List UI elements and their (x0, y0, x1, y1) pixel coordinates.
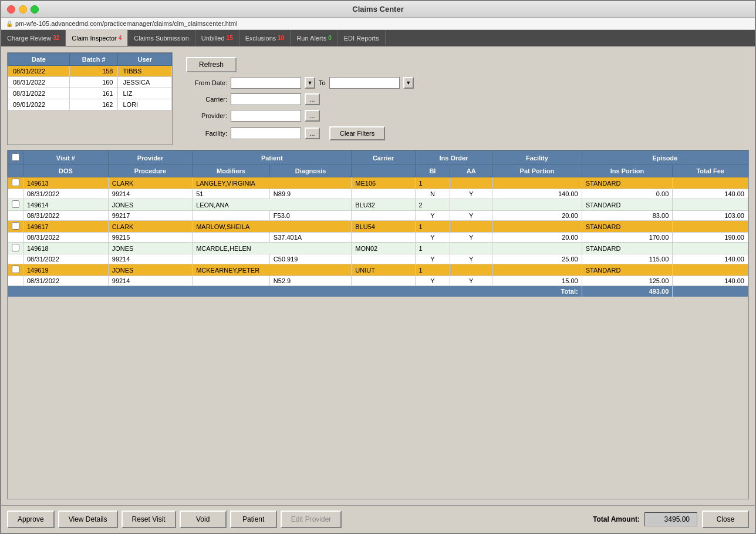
window-title: Claims Center (352, 5, 403, 14)
row-checkbox-cell (8, 264, 23, 276)
claims-table-container: Visit # Provider Patient Carrier Ins Ord… (7, 150, 749, 499)
tab-badge: 4 (119, 35, 122, 41)
table-row[interactable]: 149619 JONES MCKEARNEY,PETER UNIUT 1 STA… (8, 264, 748, 276)
tab-label: Charge Review (7, 35, 51, 42)
detail-dos: 08/31/2022 (23, 189, 109, 199)
detail-pat-portion: 20.00 (492, 211, 582, 221)
col2-diagnosis: Diagnosis (269, 165, 351, 177)
total-label: Total: (8, 286, 582, 297)
table-row: 08/31/2022 99217 F53.0 Y Y 20.00 83.00 1… (8, 211, 748, 221)
detail-ins-portion: 170.00 (582, 233, 673, 243)
minimize-button[interactable] (19, 5, 27, 14)
tab-charge-review[interactable]: Charge Review 32 (1, 30, 66, 46)
carrier-browse-button[interactable]: ... (305, 93, 320, 105)
tab-label: Unbilled (201, 35, 225, 42)
select-all-cell (8, 151, 23, 165)
tab-badge: 10 (278, 35, 284, 41)
close-button[interactable] (7, 5, 15, 14)
row-checkbox[interactable] (12, 200, 19, 208)
row-checkbox[interactable] (12, 244, 19, 251)
table-row[interactable]: 08/31/2022 158 TIBBS (8, 66, 172, 77)
approve-button[interactable]: Approve (7, 511, 55, 528)
patient-button[interactable]: Patient (230, 511, 277, 528)
total-ins-portion: 493.00 (582, 286, 673, 297)
bottom-bar: Approve View Details Reset Visit Void Pa… (1, 505, 755, 533)
col-provider: Provider (108, 151, 192, 165)
detail-total-fee: 140.00 (673, 189, 748, 199)
detail-modifiers (193, 233, 270, 243)
tab-exclusions[interactable]: Exclusions 10 (239, 30, 291, 46)
detail-dos: 08/31/2022 (23, 233, 109, 243)
visit-provider: JONES (108, 199, 192, 211)
batch-table-container: Date Batch # User 08/31/2022 158 TIBBS 0… (7, 52, 173, 145)
visit-provider: JONES (108, 243, 192, 254)
visit-patient: LANGLEY,VIRGINIA (193, 177, 352, 189)
table-row[interactable]: 149614 JONES LEON,ANA BLU32 2 STANDARD (8, 199, 748, 211)
detail-dos: 08/31/2022 (23, 254, 109, 264)
detail-ins-portion: 125.00 (582, 276, 673, 286)
tab-edi-reports[interactable]: EDI Reports (338, 30, 386, 46)
row-checkbox[interactable] (12, 266, 19, 273)
provider-input[interactable] (231, 110, 301, 122)
reset-visit-button[interactable]: Reset Visit (122, 511, 176, 528)
table-row[interactable]: 149617 CLARK MARLOW,SHEILA BLU54 1 STAND… (8, 221, 748, 233)
visit-facility: STANDARD (582, 243, 673, 254)
col2-cb (8, 165, 23, 177)
provider-browse-button[interactable]: ... (305, 110, 320, 122)
batch-col-user: User (118, 53, 172, 66)
batch-date: 08/31/2022 (8, 88, 70, 99)
visit-aa (450, 177, 492, 189)
void-button[interactable]: Void (180, 511, 227, 528)
tab-claims-submission[interactable]: Claims Submission (128, 30, 195, 46)
tab-badge: 32 (53, 35, 59, 41)
tab-claim-inspector[interactable]: Claim Inspector 4 (66, 30, 128, 46)
maximize-button[interactable] (31, 5, 39, 14)
row-checkbox[interactable] (12, 222, 19, 230)
facility-input[interactable] (231, 127, 301, 139)
table-row[interactable]: 08/31/2022 160 JESSICA (8, 77, 172, 88)
clear-filters-button[interactable]: Clear Filters (329, 126, 385, 140)
refresh-button[interactable]: Refresh (186, 57, 237, 72)
table-row[interactable]: 08/31/2022 161 LIZ (8, 88, 172, 99)
detail-bi: N (415, 189, 450, 199)
select-all-checkbox[interactable] (12, 153, 19, 161)
tab-run-alerts[interactable]: Run Alerts 0 (291, 30, 338, 46)
visit-carrier: UNIUT (352, 264, 415, 276)
detail-procedure: 99214 (108, 276, 192, 286)
table-row[interactable]: 09/01/2022 162 LORI (8, 99, 172, 110)
table-row[interactable]: 149613 CLARK LANGLEY,VIRGINIA ME106 1 ST… (8, 177, 748, 189)
detail-modifiers: 51 (193, 189, 270, 199)
from-date-input[interactable] (231, 77, 301, 89)
visit-number: 149618 (23, 243, 109, 254)
visit-episode (673, 243, 748, 254)
view-details-button[interactable]: View Details (58, 511, 118, 528)
facility-browse-button[interactable]: ... (305, 127, 320, 139)
total-amount-section: Total Amount: 3495.00 Close (593, 511, 749, 528)
edit-provider-button[interactable]: Edit Provider (281, 511, 342, 528)
col2-ins-portion: Ins Portion (582, 165, 673, 177)
address-text: pm-wfe-105.advancedmd.com/practicemanage… (15, 20, 237, 27)
visit-ins-order: 1 (415, 221, 450, 233)
col-carrier: Carrier (352, 151, 415, 165)
table-row[interactable]: 149618 JONES MCARDLE,HELEN MON02 1 STAND… (8, 243, 748, 254)
visit-carrier: ME106 (352, 177, 415, 189)
lock-icon: 🔒 (6, 21, 13, 27)
detail-aa: Y (450, 276, 492, 286)
visit-number: 149614 (23, 199, 109, 211)
to-date-dropdown[interactable]: ▼ (403, 77, 414, 89)
tab-unbilled[interactable]: Unbilled 15 (195, 30, 239, 46)
visit-patient: MCKEARNEY,PETER (193, 264, 352, 276)
detail-cb (8, 189, 23, 199)
to-date-input[interactable] (329, 77, 400, 89)
detail-cb (8, 211, 23, 221)
carrier-input[interactable] (231, 93, 301, 105)
from-date-dropdown[interactable]: ▼ (305, 77, 315, 89)
detail-blank (352, 189, 415, 199)
detail-blank (352, 254, 415, 264)
row-checkbox[interactable] (12, 179, 19, 186)
close-button[interactable]: Close (702, 511, 749, 528)
provider-label: Provider: (186, 112, 227, 119)
detail-total-fee: 103.00 (673, 211, 748, 221)
tabs-bar: Charge Review 32 Claim Inspector 4 Claim… (1, 30, 755, 46)
col2-total-fee: Total Fee (673, 165, 748, 177)
